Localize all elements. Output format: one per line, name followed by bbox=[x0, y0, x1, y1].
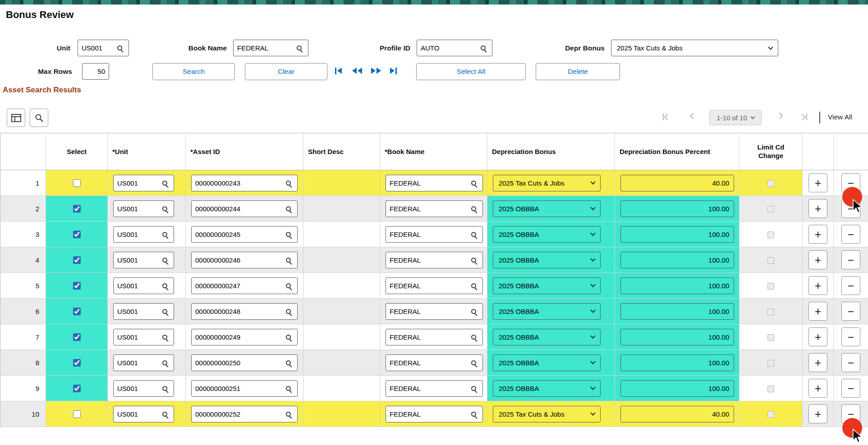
unit-input[interactable] bbox=[114, 304, 162, 319]
depreciation-bonus-percent-input[interactable] bbox=[620, 200, 734, 217]
book-name-input[interactable] bbox=[386, 201, 471, 216]
last-page-button[interactable] bbox=[800, 114, 807, 120]
search-icon[interactable] bbox=[286, 181, 291, 186]
unit-input[interactable] bbox=[114, 355, 162, 370]
search-icon[interactable] bbox=[471, 258, 476, 263]
add-row-button[interactable]: + bbox=[808, 379, 827, 398]
row-select-checkbox[interactable] bbox=[73, 410, 81, 418]
delete-row-button[interactable]: − bbox=[841, 225, 860, 244]
row-select-checkbox[interactable] bbox=[73, 205, 81, 213]
search-icon[interactable] bbox=[162, 283, 167, 288]
search-icon[interactable] bbox=[286, 335, 291, 340]
book-name-input[interactable] bbox=[386, 304, 471, 319]
clear-button[interactable]: Clear bbox=[245, 63, 327, 80]
search-icon[interactable] bbox=[117, 45, 122, 50]
unit-input[interactable] bbox=[114, 407, 162, 422]
unit-input[interactable] bbox=[114, 330, 162, 345]
depreciation-bonus-select[interactable]: 2025 OBBBA bbox=[493, 252, 601, 268]
depreciation-bonus-percent-input[interactable] bbox=[620, 175, 734, 191]
add-row-button[interactable]: + bbox=[808, 199, 827, 218]
depreciation-bonus-percent-input[interactable] bbox=[620, 329, 734, 345]
unit-input[interactable] bbox=[114, 253, 162, 268]
add-row-button[interactable]: + bbox=[808, 327, 827, 346]
add-row-button[interactable]: + bbox=[808, 173, 827, 192]
depreciation-bonus-percent-input[interactable] bbox=[620, 354, 734, 371]
unit-input[interactable] bbox=[114, 227, 162, 242]
asset-id-input[interactable] bbox=[192, 253, 286, 268]
find-button[interactable] bbox=[30, 109, 48, 127]
depreciation-bonus-select[interactable]: 2025 OBBBA bbox=[493, 277, 601, 294]
unit-input[interactable] bbox=[114, 201, 162, 216]
depreciation-bonus-select[interactable]: 2025 Tax Cuts & Jobs bbox=[493, 175, 601, 191]
search-icon[interactable] bbox=[471, 283, 476, 288]
row-select-checkbox[interactable] bbox=[73, 333, 81, 341]
search-icon[interactable] bbox=[471, 412, 476, 417]
row-select-checkbox[interactable] bbox=[73, 308, 81, 315]
search-icon[interactable] bbox=[162, 258, 167, 263]
depreciation-bonus-select[interactable]: 2025 OBBBA bbox=[493, 226, 601, 243]
search-icon[interactable] bbox=[162, 309, 167, 314]
depreciation-bonus-select[interactable]: 2025 OBBBA bbox=[493, 354, 601, 371]
add-row-button[interactable]: + bbox=[808, 276, 827, 295]
depreciation-bonus-select[interactable]: 2025 OBBBA bbox=[493, 329, 601, 345]
delete-row-button[interactable]: − bbox=[841, 327, 860, 346]
search-icon[interactable] bbox=[286, 206, 291, 211]
depreciation-bonus-percent-input[interactable] bbox=[620, 380, 734, 397]
add-row-button[interactable]: + bbox=[808, 302, 827, 321]
search-icon[interactable] bbox=[162, 386, 167, 391]
depreciation-bonus-percent-input[interactable] bbox=[620, 303, 734, 320]
add-row-button[interactable]: + bbox=[808, 353, 827, 372]
personalize-grid-button[interactable] bbox=[7, 109, 25, 127]
book-name-input[interactable] bbox=[386, 355, 471, 370]
previous-chunk-button[interactable] bbox=[352, 67, 362, 75]
row-select-checkbox[interactable] bbox=[73, 359, 81, 367]
row-select-checkbox[interactable] bbox=[73, 256, 81, 264]
depreciation-bonus-percent-input[interactable] bbox=[620, 252, 734, 268]
search-icon[interactable] bbox=[162, 206, 167, 211]
asset-id-input[interactable] bbox=[192, 304, 286, 319]
search-icon[interactable] bbox=[471, 206, 476, 211]
depreciation-bonus-select[interactable]: 2025 OBBBA bbox=[493, 380, 601, 397]
max-rows-input[interactable] bbox=[82, 63, 109, 80]
depreciation-bonus-percent-input[interactable] bbox=[620, 406, 734, 422]
search-icon[interactable] bbox=[471, 309, 476, 314]
depreciation-bonus-select[interactable]: 2025 OBBBA bbox=[493, 200, 601, 217]
row-select-checkbox[interactable] bbox=[73, 179, 81, 187]
search-icon[interactable] bbox=[286, 309, 291, 314]
asset-id-input[interactable] bbox=[192, 330, 286, 345]
delete-row-button[interactable]: − bbox=[841, 276, 860, 295]
delete-row-button[interactable]: − bbox=[841, 353, 860, 372]
select-all-button[interactable]: Select All bbox=[416, 63, 526, 80]
book-name-input[interactable] bbox=[386, 253, 471, 268]
add-row-button[interactable]: + bbox=[808, 250, 827, 269]
book-name-input[interactable] bbox=[386, 227, 471, 242]
search-button[interactable]: Search bbox=[152, 63, 235, 80]
search-icon[interactable] bbox=[297, 45, 302, 50]
previous-page-button[interactable] bbox=[691, 114, 695, 118]
asset-id-input[interactable] bbox=[192, 407, 286, 422]
search-icon[interactable] bbox=[162, 335, 167, 340]
row-select-checkbox[interactable] bbox=[73, 385, 81, 392]
delete-row-button[interactable]: − bbox=[841, 250, 860, 269]
asset-id-input[interactable] bbox=[192, 355, 286, 370]
unit-input[interactable] bbox=[78, 41, 117, 55]
unit-input[interactable] bbox=[114, 176, 162, 191]
asset-id-input[interactable] bbox=[192, 381, 286, 396]
add-row-button[interactable]: + bbox=[808, 404, 827, 423]
page-range-select[interactable]: 1-10 of 10 bbox=[709, 110, 762, 125]
search-icon[interactable] bbox=[286, 386, 291, 391]
row-select-checkbox[interactable] bbox=[73, 231, 81, 238]
search-icon[interactable] bbox=[471, 386, 476, 391]
unit-input[interactable] bbox=[114, 381, 162, 396]
depreciation-bonus-select[interactable]: 2025 Tax Cuts & Jobs bbox=[493, 406, 601, 422]
asset-id-input[interactable] bbox=[192, 278, 286, 293]
asset-id-input[interactable] bbox=[192, 176, 286, 191]
asset-id-input[interactable] bbox=[192, 201, 286, 216]
view-all-link[interactable]: View All bbox=[828, 113, 852, 121]
search-icon[interactable] bbox=[471, 232, 476, 237]
book-name-input[interactable] bbox=[386, 278, 471, 293]
depreciation-bonus-percent-input[interactable] bbox=[620, 226, 734, 243]
search-icon[interactable] bbox=[471, 335, 476, 340]
depreciation-bonus-percent-input[interactable] bbox=[620, 277, 734, 294]
delete-button[interactable]: Delete bbox=[536, 63, 620, 80]
